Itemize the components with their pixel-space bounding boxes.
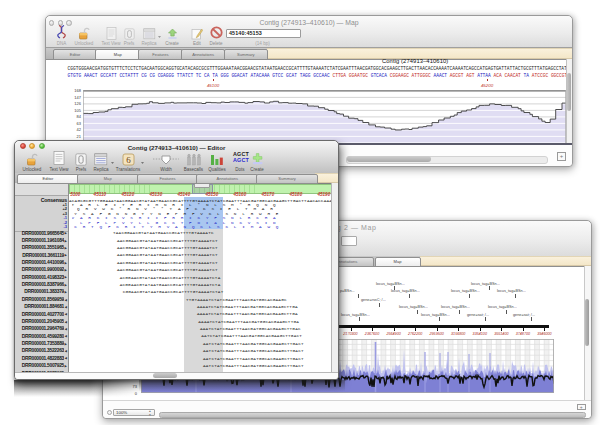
svg-text:6: 6	[126, 154, 131, 164]
